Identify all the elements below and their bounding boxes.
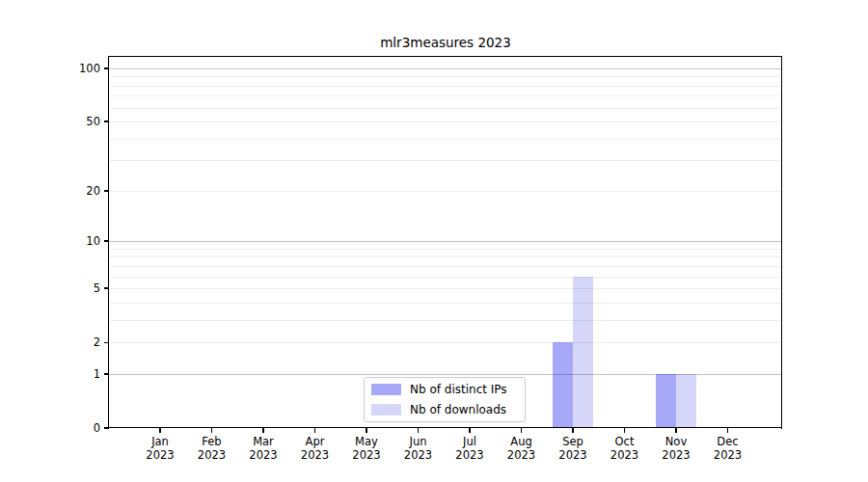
minor-gridline	[109, 191, 782, 192]
x-tick-mark	[262, 428, 263, 433]
y-tick-label: 100	[47, 62, 100, 75]
y-tick-mark	[104, 120, 109, 121]
minor-gridline	[109, 266, 782, 267]
x-tick-month: Dec	[697, 435, 759, 448]
y-tick-mark	[104, 190, 109, 191]
y-tick-label: 5	[47, 281, 100, 295]
minor-gridline	[109, 288, 782, 289]
figure: mlr3measures 2023 Nb of distinct IPs Nb …	[0, 0, 868, 482]
minor-gridline	[109, 139, 782, 140]
minor-gridline	[109, 160, 782, 161]
y-tick-mark	[104, 287, 109, 288]
y-tick-label: 1	[47, 367, 100, 381]
y-tick-mark	[104, 240, 109, 241]
x-tick-mark	[521, 428, 522, 433]
y-tick-label: 20	[47, 184, 100, 198]
legend-label-distinct-ips: Nb of distinct IPs	[410, 383, 507, 396]
x-tick-mark	[418, 428, 419, 433]
top-spine	[109, 56, 782, 57]
downloads-swatch-icon	[371, 404, 401, 415]
x-tick-label: Dec2023	[697, 435, 759, 462]
legend: Nb of distinct IPs Nb of downloads	[364, 377, 526, 422]
right-spine	[781, 56, 782, 429]
minor-gridline	[109, 320, 782, 321]
x-tick-mark	[572, 428, 573, 433]
y-tick-mark	[104, 427, 109, 428]
x-tick-mark	[366, 428, 366, 433]
y-tick-label: 0	[47, 421, 100, 435]
distinct-ips-swatch-icon	[371, 384, 401, 395]
y-tick-mark	[104, 342, 109, 343]
x-tick-mark	[624, 428, 625, 433]
minor-gridline	[109, 95, 782, 96]
major-gridline	[109, 241, 782, 242]
minor-gridline	[109, 277, 782, 278]
chart-title: mlr3measures 2023	[109, 35, 782, 50]
x-tick-mark	[469, 428, 470, 433]
minor-gridline	[109, 121, 782, 122]
x-tick-mark	[314, 428, 315, 433]
x-tick-year: 2023	[697, 448, 759, 462]
distinct-ips-bar	[656, 374, 676, 428]
y-tick-mark	[104, 67, 109, 68]
minor-gridline	[109, 86, 782, 87]
y-tick-label: 2	[47, 335, 100, 349]
y-tick-mark	[104, 373, 109, 374]
downloads-bar	[573, 277, 593, 428]
y-tick-label: 50	[47, 115, 100, 128]
downloads-bar	[676, 374, 696, 428]
bottom-spine	[109, 427, 782, 428]
y-tick-label: 10	[47, 234, 100, 248]
minor-gridline	[109, 342, 782, 343]
minor-gridline	[109, 256, 782, 257]
major-gridline	[109, 68, 782, 69]
x-tick-mark	[675, 428, 676, 433]
distinct-ips-bar	[553, 342, 573, 428]
minor-gridline	[109, 249, 782, 250]
legend-item-distinct-ips: Nb of distinct IPs	[371, 380, 525, 399]
legend-label-downloads: Nb of downloads	[410, 403, 506, 416]
minor-gridline	[109, 76, 782, 77]
x-tick-mark	[727, 428, 728, 433]
x-tick-mark	[159, 428, 160, 433]
x-tick-mark	[211, 428, 212, 433]
minor-gridline	[109, 303, 782, 304]
minor-gridline	[109, 108, 782, 109]
plot-area: Nb of distinct IPs Nb of downloads 10050…	[109, 57, 782, 428]
legend-item-downloads: Nb of downloads	[371, 400, 525, 419]
